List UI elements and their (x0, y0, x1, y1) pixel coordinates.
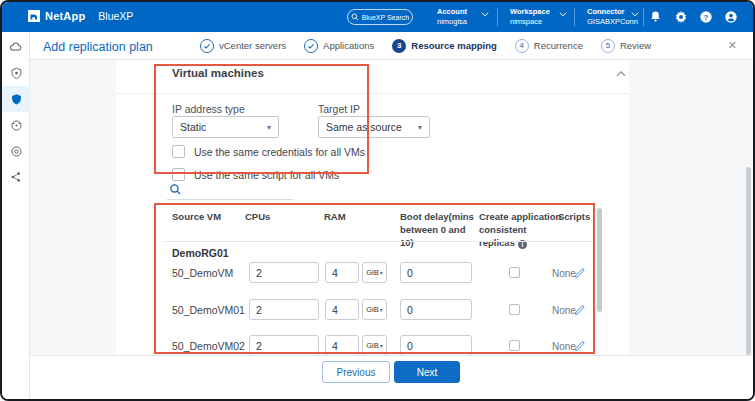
page-scrollbar[interactable] (746, 167, 751, 355)
vm-name: 50_DemoVM02 (172, 340, 245, 352)
previous-button[interactable]: Previous (322, 361, 390, 383)
step-check-icon (200, 39, 214, 53)
step-resource-mapping[interactable]: 3 Resource mapping (392, 39, 497, 53)
same-script-label: Use the same script for all VMs (194, 169, 339, 181)
ram-unit-value: GiB (366, 305, 379, 314)
col-header-boot-delay: Boot delay(mins between 0 and 10) (400, 210, 476, 249)
wizard-stepper: vCenter servers Applications 3 Resource … (200, 32, 651, 59)
ip-address-type-select[interactable]: Static ▾ (172, 116, 279, 138)
same-script-checkbox[interactable] (172, 168, 185, 181)
col-header-consistent-replicas: Create application consistent replicasi (479, 210, 565, 249)
settings-gear-icon[interactable] (673, 9, 688, 24)
chevron-down-icon: ▾ (380, 269, 383, 276)
chevron-down-icon[interactable] (558, 9, 568, 19)
sidebar-item-extensions[interactable] (2, 164, 30, 190)
step-review[interactable]: 5 Review (601, 39, 651, 53)
account-menu[interactable]: Account nimogisa (437, 7, 467, 27)
sidebar-item-governance[interactable] (2, 138, 30, 164)
same-credentials-checkbox[interactable] (172, 145, 185, 158)
vm-search-input[interactable] (167, 199, 293, 200)
ram-unit-select[interactable]: GiB▾ (362, 335, 387, 356)
sidebar-item-protection[interactable] (2, 86, 30, 112)
topbar-separator (497, 8, 498, 26)
edit-pencil-icon[interactable] (574, 303, 586, 315)
cpus-input[interactable] (249, 335, 319, 356)
sidebar-item-health[interactable] (2, 60, 30, 86)
ram-input[interactable] (325, 262, 359, 283)
top-bar: NetApp BlueXP BlueXP Search Account nimo… (2, 2, 753, 32)
step-number: 3 (392, 39, 406, 53)
account-value: nimogisa (437, 17, 467, 27)
netapp-logo: NetApp BlueXP (28, 10, 133, 22)
target-ip-select[interactable]: Same as source ▾ (318, 116, 430, 138)
bluexp-search[interactable]: BlueXP Search (347, 9, 413, 25)
extensions-share-icon (10, 171, 22, 183)
edit-pencil-icon[interactable] (574, 339, 586, 351)
col-header-source-vm: Source VM (172, 210, 238, 223)
help-icon[interactable]: ? (698, 9, 713, 24)
section-title: Virtual machines (172, 67, 264, 79)
chevron-down-icon: ▾ (380, 342, 383, 349)
col-header-cpus: CPUs (245, 210, 285, 223)
cpus-input[interactable] (249, 262, 319, 283)
table-scrollbar[interactable] (597, 208, 602, 312)
consistent-replica-checkbox[interactable] (509, 304, 520, 315)
step-recurrence[interactable]: 4 Recurrence (515, 39, 583, 53)
next-button[interactable]: Next (394, 361, 460, 383)
ram-input[interactable] (325, 299, 359, 320)
step-vcenter-servers[interactable]: vCenter servers (200, 39, 286, 53)
mobility-globe-icon (10, 119, 23, 132)
close-icon[interactable]: ✕ (728, 39, 737, 52)
step-number: 5 (601, 39, 615, 53)
protection-shield-icon (10, 93, 23, 106)
step-check-icon (304, 39, 318, 53)
step-applications[interactable]: Applications (304, 39, 374, 53)
consistent-replica-checkbox[interactable] (509, 340, 520, 351)
ram-input[interactable] (325, 335, 359, 356)
product-name: BlueXP (98, 10, 133, 22)
boot-delay-input[interactable] (400, 262, 472, 283)
same-credentials-label: Use the same credentials for all VMs (194, 146, 365, 158)
topbar-separator (574, 8, 575, 26)
cpus-input[interactable] (249, 299, 319, 320)
left-nav-sidebar (2, 32, 30, 399)
script-value: None (552, 268, 576, 279)
wizard-footer: Previous Next (30, 355, 753, 399)
ram-unit-select[interactable]: GiB▾ (362, 262, 387, 283)
vm-group-name: DemoRG01 (172, 247, 229, 259)
chevron-down-icon[interactable] (630, 9, 640, 19)
vm-name: 50_DemoVM (172, 267, 233, 279)
same-script-row: Use the same script for all VMs (172, 168, 339, 181)
step-label: Applications (323, 40, 374, 51)
collapse-chevron-up-icon[interactable] (614, 67, 628, 81)
vm-search-icon[interactable] (169, 183, 182, 196)
chevron-down-icon: ▾ (418, 123, 422, 132)
boot-delay-input[interactable] (400, 299, 472, 320)
netapp-logo-icon (28, 10, 40, 22)
notifications-bell-icon[interactable] (648, 9, 663, 24)
account-label: Account (437, 7, 467, 17)
resource-mapping-panel: Virtual machines IP address type Target … (116, 60, 629, 359)
chevron-down-icon[interactable] (480, 9, 490, 19)
sidebar-item-mobility[interactable] (2, 112, 30, 138)
cloud-icon (9, 40, 23, 54)
step-label: Review (620, 40, 651, 51)
boot-delay-input[interactable] (400, 335, 472, 356)
ip-address-type-value: Static (180, 121, 206, 133)
chevron-down-icon: ▾ (267, 123, 271, 132)
col-header-scripts: Scripts (558, 210, 598, 223)
brand-name: NetApp (45, 10, 85, 22)
ram-unit-select[interactable]: GiB▾ (362, 299, 387, 320)
user-avatar-icon[interactable] (723, 9, 738, 24)
edit-pencil-icon[interactable] (574, 266, 586, 278)
script-value: None (552, 305, 576, 316)
content-area: Virtual machines IP address type Target … (30, 60, 753, 359)
workspace-label: Workspace (510, 7, 550, 17)
sidebar-item-storage[interactable] (2, 34, 30, 60)
consistent-replica-checkbox[interactable] (509, 267, 520, 278)
script-value: None (552, 341, 576, 352)
workspace-menu[interactable]: Workspace nimspace (510, 7, 550, 27)
ram-unit-value: GiB (366, 268, 379, 277)
chevron-down-icon: ▾ (380, 306, 383, 313)
same-credentials-row: Use the same credentials for all VMs (172, 145, 365, 158)
